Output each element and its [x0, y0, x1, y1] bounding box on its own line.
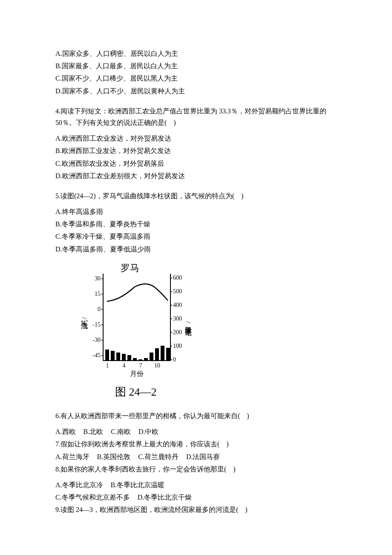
svg-rect-23	[133, 358, 137, 361]
q3-option-d: D.国家不多、人口不少、居民以黄种人为主	[55, 85, 337, 97]
left-axis-label: 气温/℃	[81, 317, 88, 329]
precip-bars	[105, 346, 170, 361]
svg-rect-19	[111, 351, 115, 361]
q4-option-a: A.欧洲西部工农业发达，对外贸易发达	[55, 133, 337, 144]
q5-option-d: D.冬季高温多雨、夏季低温少雨	[55, 243, 337, 255]
q8-option-b: B.冬季比北京温暖	[111, 481, 165, 489]
left-tick-15: 15	[95, 291, 101, 297]
q5-option-a: A.终年高温多雨	[55, 206, 337, 217]
q6-option-c: C.南欧	[111, 428, 131, 435]
q6-option-b: B.北欧	[84, 428, 104, 435]
q8-options-row2: C.冬季气候和北京差不多 D.冬季比北京干燥	[55, 491, 337, 503]
right-axis-label: 降水量/毫米	[185, 321, 192, 336]
q8-option-a: A.冬季比北京冷	[55, 481, 103, 489]
q8-options-row1: A.冬季比北京冷 B.冬季比北京温暖	[55, 479, 337, 491]
right-tick-600: 600	[173, 275, 182, 281]
right-tick-300: 300	[173, 315, 182, 322]
right-tick-100: 100	[173, 343, 182, 349]
right-tick-500: 500	[173, 288, 182, 295]
chart-title: 罗马	[121, 263, 139, 273]
x-tick-7: 7	[139, 362, 142, 369]
svg-rect-21	[122, 354, 126, 361]
q6-option-a: A.西欧	[55, 428, 76, 435]
q6-stem: 6.有人从欧洲西部带来一些那里产的柑橘，你认为最可能来自( )	[55, 410, 337, 422]
svg-rect-22	[127, 355, 131, 361]
left-tick-n45: -45	[92, 352, 101, 358]
svg-rect-20	[116, 353, 120, 361]
q7-option-a: A.荷兰海牙	[55, 453, 89, 460]
svg-rect-18	[105, 350, 109, 361]
q3-option-a: A.国家众多、人口稠密、居民以白人为主	[55, 48, 337, 59]
right-tick-400: 400	[173, 302, 182, 308]
svg-rect-27	[155, 348, 159, 361]
q6-options: A.西欧 B.北欧 C.南欧 D.中欧	[55, 426, 337, 437]
x-tick-10: 10	[154, 362, 160, 369]
right-tick-0: 0	[173, 356, 176, 363]
q7-option-c: C.荷兰鹿特丹	[138, 453, 179, 460]
q7-options: A.荷兰海牙 B.英国伦敦 C.荷兰鹿特丹 D.法国马赛	[55, 451, 337, 462]
svg-rect-26	[150, 353, 153, 361]
x-tick-4: 4	[123, 362, 126, 369]
q8-option-d: D.冬季比北京干燥	[138, 494, 192, 501]
svg-rect-29	[166, 348, 170, 361]
q3-option-c: C.国家不少、人口稀少、居民以黑人为主	[55, 72, 337, 84]
x-tick-1: 1	[106, 362, 109, 369]
q4-option-d: D.欧洲西部工农业差别很大，对外贸易发达	[55, 170, 337, 182]
climate-chart: 罗马 30 15 0 -15 -30 -45	[77, 263, 337, 402]
document-page: A.国家众多、人口稠密、居民以白人为主 B.国家最多、人口最多、居民以白人为主 …	[0, 0, 392, 555]
left-tick-30: 30	[95, 275, 101, 282]
svg-rect-28	[161, 346, 164, 361]
q7-stem: 7.假如让你到欧洲去考察世界上最大的海港，你应该去( )	[55, 438, 337, 450]
q4-stem: 4.阅读下列短文：欧洲西部工农业总产值占世界比重为 33.3％，对外贸易额约占世…	[55, 105, 337, 128]
q4-option-b: B.欧洲西部工业发达，对外贸易欠发达	[55, 145, 337, 156]
q4-option-c: C.欧洲西部农业发达，对外贸易落后	[55, 158, 337, 169]
right-tick-200: 200	[173, 329, 182, 335]
chart-caption: 图 24—2	[115, 383, 337, 402]
temp-curve	[107, 284, 168, 301]
x-axis-label: 月份	[130, 370, 144, 377]
q7-option-b: B.英国伦敦	[97, 453, 131, 460]
q5-option-c: C.冬季寒冷干燥、夏季高温多雨	[55, 231, 337, 242]
q5-option-b: B.冬季温和多雨、夏季炎热干燥	[55, 218, 337, 230]
left-tick-n30: -30	[92, 337, 101, 343]
q7-option-d: D.法国马赛	[186, 453, 220, 460]
chart-svg: 罗马 30 15 0 -15 -30 -45	[77, 263, 196, 382]
svg-rect-25	[144, 358, 148, 361]
q9-stem: 9.读图 24—3，欧洲西部地区图，欧洲流经国家最多的河流是( )	[55, 504, 337, 515]
left-tick-n15: -15	[92, 321, 101, 328]
q8-option-c: C.冬季气候和北京差不多	[55, 494, 130, 501]
q5-stem: 5.读图(24—2)，罗马气温曲线降水柱状图，该气候的特点为( )	[55, 190, 337, 202]
svg-rect-24	[138, 359, 142, 361]
left-tick-0: 0	[98, 306, 101, 312]
q3-option-b: B.国家最多、人口最多、居民以白人为主	[55, 60, 337, 72]
q8-stem: 8.如果你的家人冬季到西欧去旅行，你一定会告诉他那里( )	[55, 463, 337, 475]
q6-option-d: D.中欧	[138, 428, 159, 435]
